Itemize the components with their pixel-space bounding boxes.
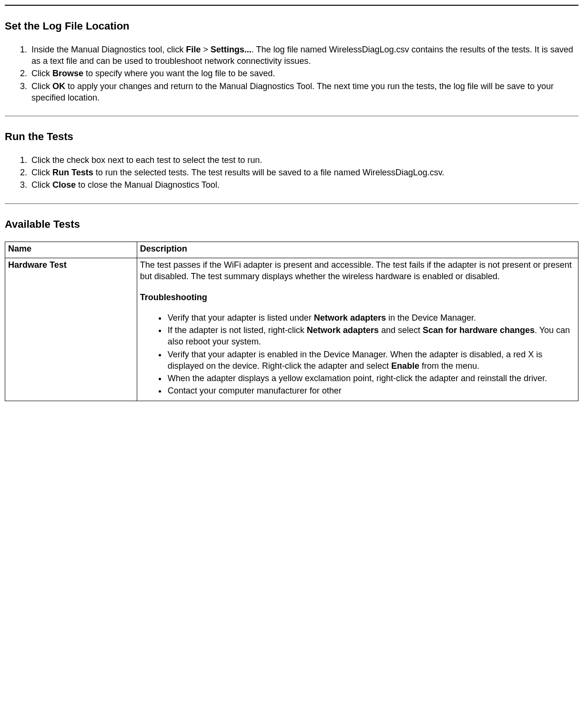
list-item: Click Run Tests to run the selected test… [30,167,578,178]
text: to apply your changes and return to the … [31,81,554,102]
bold-text: OK [52,81,65,91]
bold-text: Close [52,180,76,190]
run-tests-steps: Click the check box next to each test to… [5,154,578,191]
bold-text: Run Tests [52,168,93,177]
text: Click [31,69,52,78]
text: Verify that your adapter is listed under [168,313,314,323]
text: Click [31,168,52,177]
list-item: If the adapter is not listed, right-clic… [167,324,575,348]
bold-text: Enable [391,361,419,371]
list-item: Verify that your adapter is listed under… [167,312,575,323]
troubleshooting-list: Verify that your adapter is listed under… [140,312,575,397]
test-name-cell: Hardware Test [5,258,137,401]
text: > [201,45,211,54]
list-item: Verify that your adapter is enabled in t… [167,349,575,372]
available-tests-table: Name Description Hardware Test The test … [5,242,578,401]
text: in the Device Manager. [386,313,476,323]
top-rule [5,5,578,6]
troubleshooting-label: Troubleshooting [140,292,575,303]
column-header-description: Description [137,242,578,258]
text: If the adapter is not listed, right-clic… [168,325,307,335]
list-item: Click OK to apply your changes and retur… [30,81,578,104]
heading-set-log-file: Set the Log File Location [5,19,578,33]
column-header-name: Name [5,242,137,258]
text: to close the Manual Diagnostics Tool. [76,180,220,190]
text: from the menu. [419,361,479,371]
table-header-row: Name Description [5,242,578,258]
list-item: Contact your computer manufacturer for o… [167,385,575,396]
test-description-cell: The test passes if the WiFi adapter is p… [137,258,578,401]
text: Click [31,81,52,91]
bold-text: File [186,45,201,54]
divider [5,203,578,204]
bold-text: Scan for hardware changes [423,325,535,335]
text: Contact your computer manufacturer for o… [168,386,342,395]
list-item: Click Close to close the Manual Diagnost… [30,179,578,191]
bold-text: Settings... [211,45,252,54]
description-paragraph: The test passes if the WiFi adapter is p… [140,259,575,283]
divider [5,116,578,116]
text: Inside the Manual Diagnostics tool, clic… [31,45,186,54]
list-item: Click the check box next to each test to… [30,154,578,166]
set-log-file-steps: Inside the Manual Diagnostics tool, clic… [5,44,578,103]
text: and select [379,325,423,335]
heading-available-tests: Available Tests [5,217,578,232]
text: When the adapter displays a yellow excla… [168,374,547,383]
text: to specify where you want the log file t… [83,69,275,78]
text: Verify that your adapter is enabled in t… [168,350,542,371]
list-item: Click Browse to specify where you want t… [30,68,578,79]
list-item: Inside the Manual Diagnostics tool, clic… [30,44,578,67]
text: Click the check box next to each test to… [31,155,262,165]
list-item: When the adapter displays a yellow excla… [167,373,575,384]
text: to run the selected tests. The test resu… [93,168,445,177]
bold-text: Network adapters [314,313,386,323]
bold-text: Browse [52,69,83,78]
table-row: Hardware Test The test passes if the WiF… [5,258,578,401]
bold-text: Network adapters [307,325,379,335]
text: Click [31,180,52,190]
heading-run-tests: Run the Tests [5,130,578,144]
